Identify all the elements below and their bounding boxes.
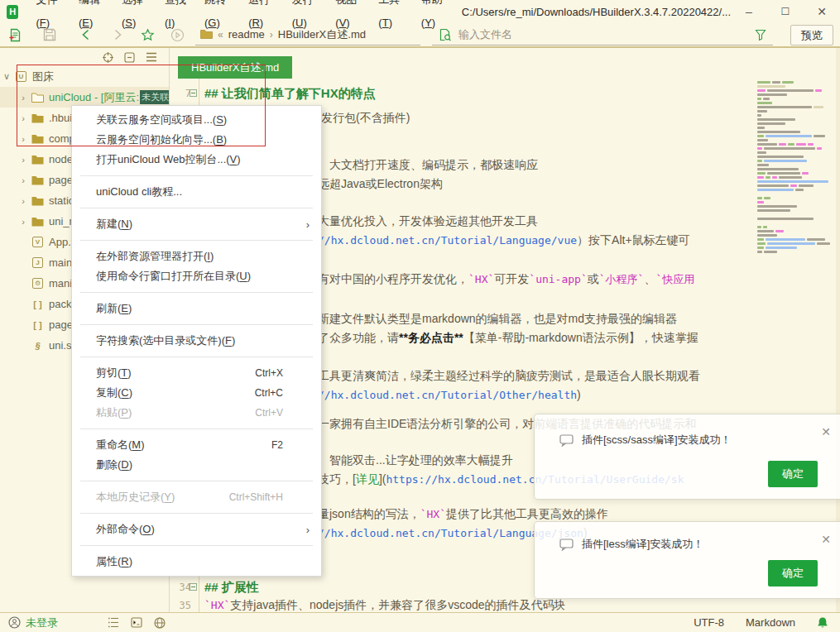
json-file-icon: [ ] (33, 320, 41, 330)
folder-icon (31, 196, 44, 206)
shortcut-label: F2 (271, 439, 311, 451)
context-menu-label: 字符搜索(选中目录或文件)(F) (96, 333, 235, 348)
status-bar: 未登录 UTF-8 Markdown (0, 612, 840, 632)
preview-button[interactable]: 预览 (790, 25, 833, 45)
context-menu-label: 外部命令(O) (96, 522, 155, 537)
context-menu-separator (80, 481, 313, 481)
editor-tab[interactable]: HBuilderX自述.md (178, 56, 292, 79)
chevron-right-icon[interactable]: › (18, 113, 28, 123)
new-file-button[interactable] (7, 26, 23, 43)
context-menu-label: 使用命令行窗口打开所在目录(U) (96, 269, 251, 284)
back-button[interactable] (78, 26, 94, 43)
context-menu-item-17: 粘贴(P)Ctrl+V (72, 403, 321, 423)
chevron-right-icon[interactable]: › (18, 93, 28, 103)
account-icon[interactable] (8, 616, 21, 629)
sidebar-menu-icon[interactable] (146, 52, 157, 62)
maximize-button[interactable]: ☐ (767, 0, 804, 23)
filter-funnel-icon[interactable] (755, 29, 766, 41)
file-search-box[interactable] (432, 24, 773, 45)
close-button[interactable]: ✕ (804, 0, 840, 23)
context-menu-item-2[interactable]: 打开uniCloud Web控制台...(V) (72, 150, 321, 170)
speech-bubble-icon (559, 434, 574, 447)
folder-icon (200, 29, 213, 40)
file-search-icon (439, 28, 452, 41)
breadcrumb-collapse-icon[interactable]: « (218, 29, 223, 41)
context-menu-item-24[interactable]: 外部命令(O)› (72, 519, 321, 539)
confirm-button[interactable]: 确定 (768, 560, 818, 587)
context-menu-separator (80, 292, 313, 293)
context-menu-item-1[interactable]: 云服务空间初始化向导...(B) (72, 130, 321, 150)
editor-line: 发行包(不含插件) (321, 110, 410, 126)
chevron-right-icon[interactable]: › (18, 175, 28, 185)
chevron-right-icon[interactable]: › (18, 196, 28, 206)
browser-globe-icon[interactable] (154, 617, 166, 629)
context-menu-label: 复制(C) (96, 385, 132, 400)
bookmark-star-button[interactable] (139, 26, 156, 43)
breadcrumb-segment-folder[interactable]: readme (228, 28, 265, 41)
context-menu-item-0[interactable]: 关联云服务空间或项目...(S) (72, 110, 321, 130)
context-menu-item-9[interactable]: 使用命令行窗口打开所在目录(U) (72, 266, 321, 286)
save-button[interactable] (41, 26, 58, 43)
context-menu-separator (80, 545, 313, 546)
minimize-button[interactable]: – (731, 0, 767, 23)
language-mode-indicator[interactable]: Markdown (746, 616, 795, 629)
notification-bell-icon[interactable] (817, 616, 828, 629)
search-input[interactable] (458, 28, 748, 41)
chevron-right-icon: › (270, 29, 273, 41)
editor-line: 远超Java或Electron架构 (318, 176, 443, 192)
confirm-button[interactable]: 确定 (768, 461, 818, 487)
notification-less: 插件[less编译]安装成功！ ✕ 确定 (534, 521, 840, 599)
sidebar-header (0, 48, 169, 66)
fold-marker-icon[interactable] (190, 583, 197, 591)
shortcut-label: Ctrl+X (255, 367, 311, 379)
breadcrumb-segment-file[interactable]: HBuilderX自述.md (278, 27, 366, 42)
run-button[interactable] (169, 26, 185, 43)
breadcrumb[interactable]: « readme › HBuilderX自述.md (195, 24, 420, 45)
folder-icon (31, 155, 44, 165)
forward-button[interactable] (109, 26, 126, 43)
cloud-folder-icon (31, 93, 44, 103)
terminal-icon[interactable] (131, 617, 142, 628)
context-menu-item-8[interactable]: 在外部资源管理器打开(I) (72, 247, 321, 266)
context-menu-label: 刷新(E) (96, 301, 132, 316)
context-menu-item-20[interactable]: 删除(D) (72, 455, 321, 475)
login-status[interactable]: 未登录 (26, 615, 58, 630)
tree-root-project[interactable]: ∨ U 图床 (0, 66, 169, 87)
context-menu-item-19[interactable]: 重命名(M)F2 (72, 435, 321, 455)
context-menu-item-13[interactable]: 字符搜索(选中目录或文件)(F) (72, 331, 321, 351)
context-menu-item-6[interactable]: 新建(N)› (72, 214, 321, 234)
editor-line: 工具更清爽简洁，绿柔主题经过科学的脑疲劳测试，是最适合人眼长期观看 (318, 368, 700, 384)
chevron-down-icon[interactable]: ∨ (2, 71, 12, 82)
editor-line: 了众多功能，请**务必点击**【菜单-帮助-markdown语法示例】，快速掌握 (318, 330, 698, 346)
outline-list-icon[interactable] (108, 617, 119, 628)
locate-file-icon[interactable] (103, 52, 113, 63)
context-menu-item-11[interactable]: 刷新(E) (72, 299, 321, 318)
chevron-right-icon[interactable]: › (18, 217, 28, 227)
close-icon[interactable]: ✕ (821, 534, 831, 545)
context-menu: 关联云服务空间或项目...(S)云服务空间初始化向导...(B)打开uniClo… (71, 105, 322, 577)
context-menu-item-4[interactable]: uniCloud cli教程... (72, 182, 321, 202)
window-controls: – ☐ ✕ (731, 0, 840, 23)
context-menu-label: 本地历史记录(Y) (96, 490, 175, 505)
close-icon[interactable]: ✕ (821, 426, 831, 438)
context-menu-item-15[interactable]: 剪切(T)Ctrl+X (72, 363, 321, 383)
context-menu-item-22: 本地历史记录(Y)Ctrl+Shift+H (72, 487, 321, 507)
fold-marker-icon[interactable] (190, 89, 197, 97)
shortcut-label: Ctrl+Shift+H (229, 491, 311, 503)
context-menu-label: 关联云服务空间或项目...(S) (96, 113, 227, 127)
context-menu-item-26[interactable]: 属性(R) (72, 552, 321, 572)
context-menu-label: 新建(N) (96, 217, 132, 232)
scss-file-icon: § (35, 341, 40, 351)
minimap[interactable] (757, 81, 832, 255)
context-menu-item-16[interactable]: 复制(C)Ctrl+C (72, 383, 321, 403)
collapse-folders-icon[interactable] (124, 52, 135, 63)
chevron-right-icon[interactable]: › (18, 155, 28, 165)
context-menu-separator (80, 429, 313, 429)
chevron-right-icon[interactable]: › (18, 134, 28, 144)
editor-line: //hx.dcloud.net.cn/Tutorial/Language/vue… (318, 232, 690, 248)
encoding-indicator[interactable]: UTF-8 (694, 616, 724, 629)
tree-root-label: 图床 (32, 69, 54, 84)
context-menu-label: 删除(D) (96, 457, 132, 472)
json-file-icon: [ ] (33, 299, 41, 309)
vue-file-icon: V (32, 237, 43, 247)
